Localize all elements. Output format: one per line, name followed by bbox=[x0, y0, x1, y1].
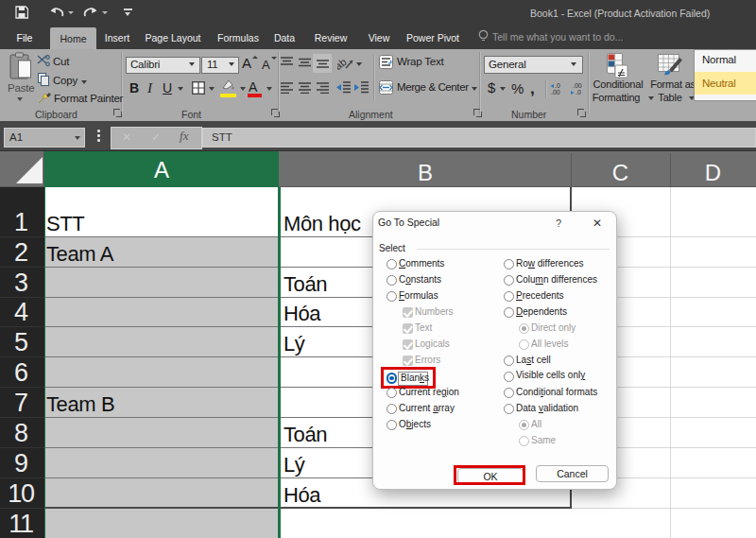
svg-text:.0: .0 bbox=[576, 89, 581, 95]
svg-text:.00: .00 bbox=[551, 89, 560, 95]
svg-text:.0: .0 bbox=[555, 82, 560, 89]
svg-text:.00: .00 bbox=[573, 82, 582, 89]
